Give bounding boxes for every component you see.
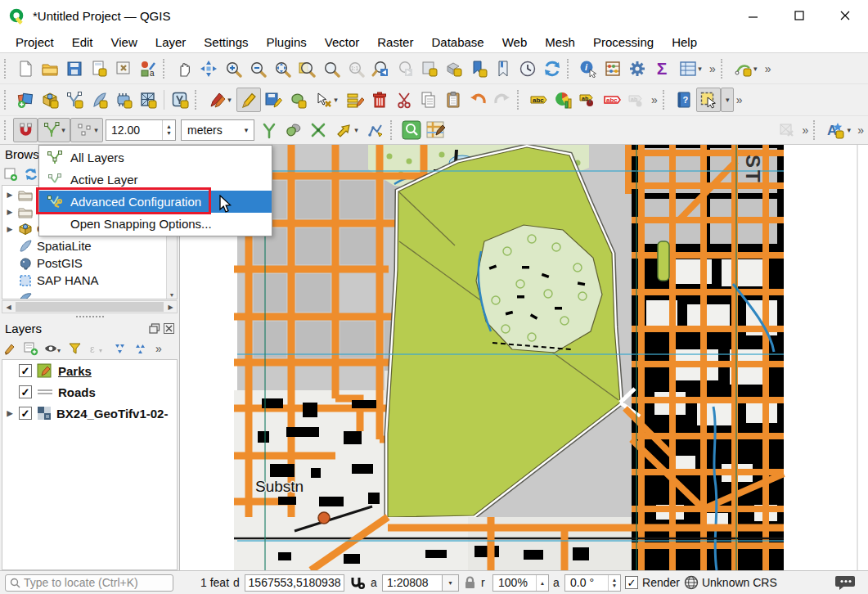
toggle-editing-button[interactable]: [236, 88, 261, 112]
toolbar-grip[interactable]: [195, 90, 201, 110]
menu-raster[interactable]: Raster: [368, 33, 422, 52]
paste-features-button[interactable]: [441, 88, 465, 112]
style-manager-button[interactable]: a: [136, 56, 160, 81]
expander-icon[interactable]: ▶: [6, 208, 14, 216]
locator-input[interactable]: [24, 576, 155, 589]
snapping-on-intersection-button[interactable]: [306, 118, 331, 142]
expand-all-icon[interactable]: [112, 341, 127, 356]
vertex-tool-button[interactable]: ▾: [310, 88, 343, 112]
toolbar-overflow[interactable]: »: [799, 124, 811, 137]
toolbar-grip[interactable]: [813, 120, 820, 140]
pan-map-button[interactable]: [172, 56, 196, 81]
highlight-labels-button[interactable]: abc: [600, 88, 624, 112]
snapping-type-dropdown[interactable]: ▾: [70, 118, 103, 142]
map-canvas[interactable]: ST Substn: [180, 145, 868, 570]
zoom-out-button[interactable]: [245, 56, 270, 81]
show-layout-manager-button[interactable]: [111, 56, 136, 81]
menu-project[interactable]: Project: [7, 33, 63, 52]
new-shapefile-button[interactable]: [62, 88, 87, 112]
copy-features-button[interactable]: [416, 88, 441, 112]
render-toggle[interactable]: ✓ Render: [625, 576, 680, 589]
browser-horizontal-scrollbar[interactable]: ◀ ▶: [2, 300, 178, 313]
layer-checkbox[interactable]: ✓: [19, 407, 32, 420]
menu-item-active-layer[interactable]: Active Layer: [39, 169, 272, 191]
toolbar-overflow[interactable]: »: [855, 124, 866, 137]
show-statistics-button[interactable]: Σ: [650, 56, 674, 81]
expander-icon[interactable]: ▶: [6, 191, 14, 199]
tracing-button[interactable]: [363, 118, 388, 142]
modify-attributes-button[interactable]: [343, 88, 367, 112]
menu-vector[interactable]: Vector: [316, 33, 369, 52]
scroll-down-icon[interactable]: ▼: [167, 292, 177, 298]
menu-mesh[interactable]: Mesh: [536, 33, 584, 52]
options-button[interactable]: [625, 56, 650, 81]
layer-row-raster[interactable]: ▶ ✓ BX24_GeoTifv1-02-: [2, 403, 177, 424]
new-3d-map-view-button[interactable]: [442, 56, 466, 81]
new-project-button[interactable]: [13, 56, 38, 81]
new-memory-layer-button[interactable]: [111, 88, 136, 112]
toolbar-grip[interactable]: [4, 120, 11, 140]
pan-to-selection-button[interactable]: [196, 56, 221, 81]
layer-checkbox[interactable]: ✓: [19, 385, 32, 398]
show-spatial-bookmarks-button[interactable]: [491, 56, 515, 81]
save-layer-edits-button[interactable]: [261, 88, 286, 112]
menu-web[interactable]: Web: [493, 33, 537, 52]
menu-plugins[interactable]: Plugins: [258, 33, 316, 52]
maximize-button[interactable]: [776, 0, 822, 31]
toolbar-grip[interactable]: [567, 59, 573, 79]
menu-help[interactable]: Help: [663, 33, 706, 52]
add-polygon-feature-button[interactable]: [286, 88, 310, 112]
zoom-in-button[interactable]: [221, 56, 245, 81]
browser-item-spatialite[interactable]: SpatiaLite: [2, 237, 177, 254]
toolbar-overflow[interactable]: »: [734, 93, 745, 106]
move-label-button[interactable]: ab: [624, 88, 649, 112]
snapping-tolerance-value[interactable]: 12.00: [106, 124, 162, 137]
new-virtual-layer-button[interactable]: [168, 88, 192, 112]
manage-visibility-icon[interactable]: ▾: [44, 341, 62, 356]
scale-combo-caret[interactable]: ▾: [443, 574, 459, 592]
zoom-full-extent-button[interactable]: [270, 56, 295, 81]
open-project-button[interactable]: [38, 56, 62, 81]
pin-labels-button[interactable]: ab: [575, 88, 600, 112]
delete-selected-button[interactable]: [367, 88, 392, 112]
scroll-right-icon[interactable]: ▶: [164, 304, 177, 311]
rotation-spinbox[interactable]: 0.0 ° ▲▼: [564, 574, 621, 592]
temporal-controller-button[interactable]: [515, 56, 540, 81]
toolbar-overflow[interactable]: »: [707, 62, 718, 75]
identify-features-button[interactable]: i: [576, 56, 600, 81]
toolbar-grip[interactable]: [163, 59, 169, 79]
menu-item-open-snapping-options[interactable]: Open Snapping Options...: [39, 213, 272, 235]
snapping-mode-dropdown[interactable]: ▾: [38, 118, 70, 142]
minimize-button[interactable]: [731, 0, 776, 31]
new-map-view-button[interactable]: [417, 56, 442, 81]
toolbar-grip[interactable]: [517, 90, 524, 110]
zoom-last-button[interactable]: [368, 56, 393, 81]
menu-edit[interactable]: Edit: [63, 33, 102, 52]
digitize-shape-button[interactable]: ▾: [730, 56, 762, 81]
layer-row-parks[interactable]: ✓ Parks: [2, 360, 177, 381]
zoom-to-layer-button[interactable]: [319, 56, 344, 81]
open-attribute-table-button[interactable]: ▾: [674, 56, 707, 81]
toolbar-grip[interactable]: [4, 90, 11, 110]
menu-item-advanced-configuration[interactable]: Advanced Configuration: [39, 191, 272, 213]
menu-settings[interactable]: Settings: [195, 33, 257, 52]
filter-legend-icon[interactable]: [68, 341, 83, 356]
refresh-browser-icon[interactable]: [24, 167, 38, 182]
add-group-icon[interactable]: [24, 341, 38, 356]
messages-icon[interactable]: [835, 574, 857, 591]
toolbar-grip[interactable]: [721, 59, 727, 79]
close-button[interactable]: [822, 0, 868, 31]
data-source-manager-button[interactable]: [13, 88, 38, 112]
toolbar-overflow[interactable]: »: [762, 62, 774, 75]
enable-snapping-button[interactable]: [13, 118, 38, 142]
new-geopackage-button[interactable]: [38, 88, 62, 112]
mesh-digitizing-button[interactable]: [775, 118, 799, 142]
cut-features-button[interactable]: [392, 88, 416, 112]
current-edits-button[interactable]: ▾: [204, 88, 236, 112]
float-panel-icon[interactable]: [149, 323, 160, 334]
scrollbar-thumb[interactable]: [16, 302, 164, 312]
style-brush-icon[interactable]: [3, 341, 18, 356]
add-layer-icon[interactable]: [3, 167, 18, 182]
snapping-units-combo[interactable]: meters ▾: [181, 119, 254, 141]
browser-item-partial[interactable]: [2, 289, 177, 299]
